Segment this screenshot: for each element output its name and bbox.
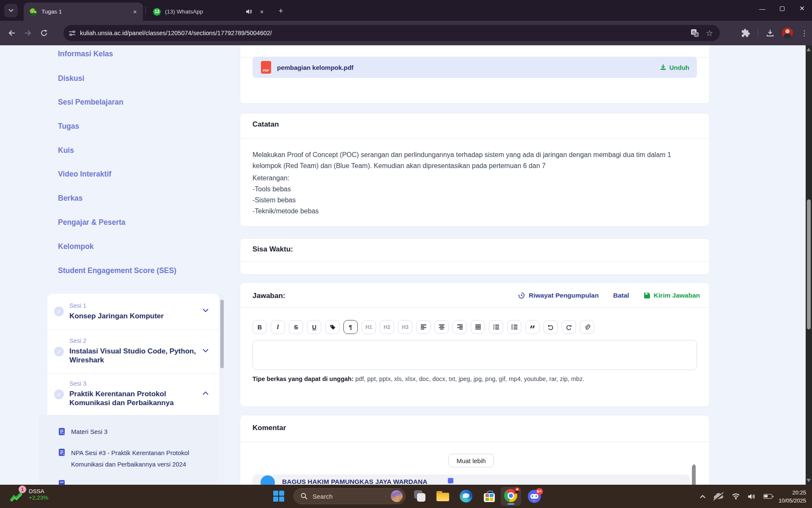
minimize-button[interactable]: — [752,0,772,17]
sidebar-item-tugas[interactable]: Tugas [58,122,79,131]
attachment-row[interactable]: PDF pembagian kelompok.pdf Unduh [252,57,697,78]
tag-button[interactable] [325,320,340,334]
sidebar-scrollbar-thumb[interactable] [220,300,224,368]
taskbar: 1 DSSA +2,23% Search 9+ [0,485,812,508]
windows-logo-icon [273,491,284,502]
sidebar-item-video-interaktif[interactable]: Video Interaktif [58,170,111,179]
chevron-down-icon[interactable] [202,348,209,353]
comment-scrollbar-thumb[interactable] [692,465,696,485]
back-button[interactable] [5,26,19,40]
kirim-jawaban-button[interactable]: Kirim Jawaban [644,292,700,299]
riwayat-pengumpulan-link[interactable]: Riwayat Pengumpulan [518,292,598,299]
discord-button[interactable]: 9+ [527,489,541,503]
sidebar-item-kuis[interactable]: Kuis [58,146,74,155]
session-card-sesi-3[interactable]: ✓ Sesi 3 Praktik Kerentanan Protokol Kom… [47,373,219,415]
taskbar-search[interactable]: Search [294,488,406,504]
battery-icon[interactable] [763,494,772,499]
tray-chevron-up-icon[interactable] [700,495,705,498]
undo-button[interactable] [543,320,558,334]
sidebar-item-pengajar-peserta[interactable]: Pengajar & Peserta [58,218,126,227]
catatan-line: -Tools bebas [252,184,291,195]
align-left-button[interactable] [416,320,431,334]
tab-close-icon[interactable]: × [131,8,139,16]
muat-lebih-button[interactable]: Muat lebih [448,454,494,467]
sidebar-item-informasi-kelas[interactable]: Informasi Kelas [58,50,113,58]
close-button[interactable]: ✕ [792,0,812,17]
chrome-taskbar-button[interactable] [501,487,521,506]
onedrive-paused-icon[interactable] [713,493,724,500]
site-settings-icon[interactable] [69,30,76,36]
edge-button[interactable] [459,489,473,503]
new-tab-button[interactable]: + [275,5,287,17]
align-right-button[interactable] [453,320,467,334]
h1-button[interactable]: H1 [362,320,376,334]
answer-textarea[interactable] [252,340,697,370]
dokumen-title: Dokumen [252,45,285,46]
forward-button[interactable] [21,26,35,40]
underline-button[interactable]: U [307,320,321,334]
sidebar-item-sesi-pembelajaran[interactable]: Sesi Pembelajaran [58,98,123,107]
sidebar-item-diskusi[interactable]: Diskusi [58,74,84,83]
align-center-button[interactable] [434,320,449,334]
comment-scroll-up-icon[interactable] [692,457,696,464]
comment-author-badge-icon [448,478,453,483]
taskbar-clock[interactable]: 20:25 10/05/2025 [779,489,806,505]
paragraph-button[interactable]: ¶ [343,320,358,334]
sisa-waktu-card: Sisa Waktu: [240,238,710,275]
paperclip-icon [584,324,590,331]
scroll-down-icon[interactable] [807,479,811,482]
session-check-icon: ✓ [54,347,64,356]
wifi-icon[interactable] [732,493,740,500]
bing-daily-image[interactable] [391,490,403,502]
tab-whatsapp[interactable]: 13 (13) WhatsApp × [147,3,270,21]
start-button[interactable] [272,489,285,503]
sidebar-item-ses[interactable]: Student Engagement Score (SES) [58,266,176,275]
tab-tugas-1[interactable]: Tugas 1 × [24,3,143,21]
justify-button[interactable] [471,320,485,334]
page-scrollbar[interactable] [806,45,812,485]
maximize-icon [780,6,785,11]
numbered-list-button[interactable] [507,320,521,334]
chevron-up-icon[interactable] [202,391,209,395]
url-text[interactable]: kuliah.unsia.ac.id/panel/classes/1205074… [80,30,691,36]
address-bar[interactable]: kuliah.unsia.ac.id/panel/classes/1205074… [63,25,720,41]
reload-button[interactable] [37,26,51,40]
sidebar-item-berkas[interactable]: Berkas [58,194,82,203]
microsoft-store-button[interactable] [483,489,496,503]
attach-button[interactable] [580,320,594,334]
h3-button[interactable]: H3 [398,320,412,334]
session-card-sesi-2[interactable]: ✓ Sesi 2 Instalasi Visual Studio Code, P… [47,330,219,373]
stock-widget[interactable]: 1 DSSA +2,23% [10,487,48,502]
h2-button[interactable]: H2 [380,320,394,334]
divider [240,307,709,308]
page-scrollbar-thumb[interactable] [807,199,811,329]
session-card-sesi-1[interactable]: ✓ Sesi 1 Konsep Jaringan Komputer [47,294,219,329]
bookmark-star-icon[interactable]: ☆ [706,28,713,38]
browser-menu-icon[interactable]: ⋮ [801,29,808,38]
maximize-button[interactable] [772,0,792,17]
task-view-button[interactable] [413,489,427,503]
translate-icon[interactable]: GA [691,29,699,37]
chevron-down-icon[interactable] [202,308,209,312]
sidebar-item-kelompok[interactable]: Kelompok [58,242,94,251]
downloads-icon[interactable] [766,29,774,37]
redo-button[interactable] [562,320,576,334]
profile-avatar[interactable] [782,28,793,39]
tab-search-button[interactable] [4,4,18,17]
volume-icon[interactable] [748,493,756,500]
attachment-file-name[interactable]: pembagian kelompok.pdf [277,64,660,71]
tab-close-icon[interactable]: × [258,8,266,16]
comment-author[interactable]: BAGUS HAKIM PAMUNGKAS JAYA WARDANA [282,478,427,485]
extensions-icon[interactable] [741,28,750,38]
scroll-up-icon[interactable] [807,48,811,51]
bold-button[interactable]: B [252,320,267,334]
italic-button[interactable]: I [271,320,285,334]
blockquote-button[interactable]: ” [525,320,540,334]
batal-button[interactable]: Batal [613,292,629,299]
justify-icon [475,324,481,330]
tab-audio-icon[interactable] [246,9,252,14]
bullet-list-button[interactable] [489,320,503,334]
download-link[interactable]: Unduh [660,64,689,71]
file-explorer-button[interactable] [436,489,450,503]
strikethrough-button[interactable]: S [289,320,303,334]
